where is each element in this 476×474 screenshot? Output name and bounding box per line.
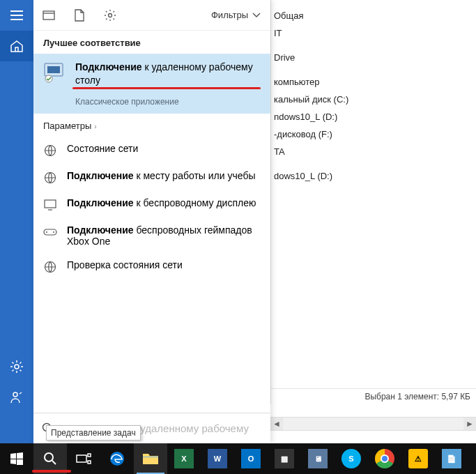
best-match-subtitle: Классическое приложение [75, 97, 261, 107]
hamburger-icon [10, 10, 23, 20]
explorer-item[interactable]: TA [271, 143, 476, 160]
svg-rect-21 [88, 454, 91, 457]
globe-icon [43, 171, 57, 185]
scroll-right-icon[interactable]: ► [463, 418, 476, 430]
search-suggestion-text: к удаленному рабочему [132, 422, 248, 434]
chevron-right-icon: › [94, 122, 97, 130]
svg-line-19 [52, 461, 56, 464]
best-match-header: Лучшее соответствие [33, 31, 270, 54]
menu-button[interactable] [0, 0, 33, 31]
explorer-item[interactable]: IT [271, 24, 476, 42]
panel-toolbar: Фильтры [33, 0, 270, 31]
explorer-item[interactable]: Общая [271, 7, 476, 24]
home-button[interactable] [0, 31, 33, 61]
explorer-item[interactable]: ndows10_L (D:) [271, 108, 476, 125]
feedback-button[interactable] [0, 382, 33, 413]
person-icon [10, 391, 23, 404]
notepad-icon: 📄 [442, 449, 461, 468]
calculator-button[interactable]: ▦ [268, 443, 301, 474]
rdp-icon [43, 62, 67, 83]
display-icon [43, 198, 57, 212]
file-explorer-window: Общая IT Drive компьютер кальный диск (C… [270, 0, 476, 404]
start-button[interactable] [0, 443, 33, 474]
outlook-icon: O [241, 449, 261, 468]
explorer-item [271, 42, 476, 49]
taskbar: X W O ▦ 🖥 S ⚠ 📄 [0, 443, 476, 474]
svg-rect-12 [44, 229, 56, 235]
annotation-underline [32, 470, 71, 473]
edge-icon [109, 450, 125, 467]
notepad-button[interactable]: 📄 [435, 443, 468, 474]
word-icon: W [208, 449, 227, 468]
scroll-left-icon[interactable]: ◄ [270, 418, 283, 430]
explorer-item [271, 66, 476, 73]
skype-icon: S [341, 449, 361, 468]
gear-icon [104, 9, 116, 22]
globe-icon [43, 260, 57, 274]
gear-icon [10, 360, 24, 374]
result-work-school[interactable]: Подключение к месту работы или учебы [33, 164, 270, 191]
skype-button[interactable]: S [335, 443, 368, 474]
taskview-icon [76, 453, 91, 464]
svg-rect-20 [77, 455, 86, 462]
result-wireless-display[interactable]: Подключение к беспроводному дисплею [33, 191, 270, 218]
folder-icon [142, 452, 159, 466]
calculator-icon: ▦ [275, 449, 294, 468]
globe-icon [43, 144, 57, 158]
taskview-tooltip: Представление задач [46, 425, 141, 441]
search-panel: Фильтры Лучшее соответствие Подключение … [33, 0, 270, 443]
svg-rect-22 [88, 461, 91, 464]
chevron-down-icon [252, 13, 261, 18]
filters-label: Фильтры [211, 10, 248, 20]
excel-icon: X [174, 449, 194, 468]
result-xbox-gamepad[interactable]: Подключение беспроводных геймпадов Xbox … [33, 218, 270, 253]
window-icon [43, 10, 55, 20]
explorer-item[interactable]: -дисковод (F:) [271, 125, 476, 143]
chrome-icon [375, 449, 394, 468]
settings-button[interactable] [0, 351, 33, 382]
warning-icon: ⚠ [408, 449, 428, 468]
task-view-button[interactable] [67, 443, 100, 474]
explorer-item[interactable]: компьютер [271, 73, 476, 91]
documents-filter-button[interactable] [64, 0, 95, 31]
best-match-title: Подключение к удаленному рабочему столу [75, 61, 261, 87]
best-match-result[interactable]: Подключение к удаленному рабочему столу … [33, 54, 270, 114]
filters-dropdown[interactable]: Фильтры [201, 0, 270, 31]
windows-icon [10, 452, 23, 465]
svg-point-0 [15, 365, 19, 369]
svg-point-1 [13, 392, 17, 397]
document-icon [75, 9, 84, 22]
word-button[interactable]: W [201, 443, 234, 474]
agent-button[interactable]: 🖥 [301, 443, 335, 474]
search-icon [43, 452, 57, 466]
svg-point-4 [109, 13, 112, 17]
explorer-item[interactable]: dows10_L (D:) [271, 167, 476, 185]
explorer-tree: Общая IT Drive компьютер кальный диск (C… [271, 0, 476, 185]
parameters-link[interactable]: Параметры › [33, 114, 270, 134]
apps-filter-button[interactable] [33, 0, 64, 31]
svg-point-18 [45, 453, 53, 461]
settings-filter-button[interactable] [95, 0, 125, 31]
settings-results: Состояние сети Подключение к месту работ… [33, 134, 270, 283]
explorer-item[interactable]: Drive [271, 49, 476, 66]
home-icon [10, 39, 24, 53]
svg-point-13 [46, 231, 47, 233]
explorer-item [271, 160, 476, 167]
gamepad-icon [43, 225, 57, 239]
excel-button[interactable]: X [167, 443, 201, 474]
horizontal-scrollbar[interactable]: ◄ ► [270, 417, 476, 431]
svg-rect-6 [47, 66, 60, 73]
warning-button[interactable]: ⚠ [401, 443, 435, 474]
svg-rect-10 [45, 200, 56, 208]
monitor-icon: 🖥 [308, 449, 328, 468]
svg-point-14 [53, 231, 54, 233]
outlook-button[interactable]: O [234, 443, 268, 474]
result-network-check[interactable]: Проверка состояния сети [33, 253, 270, 280]
chrome-button[interactable] [368, 443, 401, 474]
annotation-underline [72, 87, 261, 89]
explorer-item[interactable]: кальный диск (C:) [271, 91, 476, 108]
explorer-status-bar: Выбран 1 элемент: 5,97 КБ [271, 388, 476, 404]
result-network-status[interactable]: Состояние сети [33, 137, 270, 164]
edge-button[interactable] [100, 443, 134, 474]
explorer-button[interactable] [134, 443, 167, 474]
